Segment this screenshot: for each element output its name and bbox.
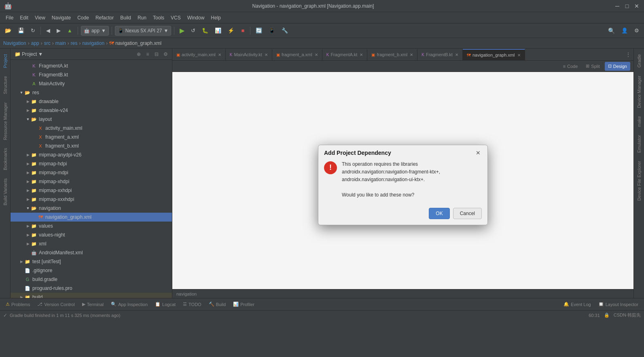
breadcrumb-navigation[interactable]: Navigation: [3, 40, 26, 46]
layout-inspector-tab[interactable]: 🔲 Layout Inspector: [595, 299, 642, 310]
breadcrumb-main[interactable]: main: [55, 40, 66, 46]
terminal-tab[interactable]: ▶ Terminal: [79, 299, 107, 310]
coverage-btn[interactable]: 📊: [212, 25, 224, 36]
tree-item-res[interactable]: ▼ 📂 res: [11, 88, 172, 97]
tab-close-fragment-b[interactable]: ✕: [410, 53, 413, 57]
app-inspection-tab[interactable]: 🔍 App Inspection: [108, 299, 151, 310]
menu-tools[interactable]: Tools: [150, 14, 167, 22]
code-view-btn[interactable]: ≡ Code: [560, 62, 581, 71]
sidebar-project-btn[interactable]: Project: [1, 51, 9, 71]
panel-action-2[interactable]: ≡: [144, 50, 152, 58]
menu-window[interactable]: Window: [184, 14, 208, 22]
profile-btn[interactable]: ⚡: [225, 25, 237, 36]
tab-close-fragment-a[interactable]: ✕: [315, 53, 318, 57]
tab-fragment-a-xml[interactable]: ▣ fragment_a.xml ✕: [272, 49, 322, 60]
logcat-tab[interactable]: 📋 Logcat: [152, 299, 179, 310]
sidebar-file-explorer-btn[interactable]: Device File Explorer: [635, 158, 643, 204]
breadcrumb-navigation-folder[interactable]: navigation: [82, 40, 104, 46]
panel-action-1[interactable]: ⊕: [135, 50, 143, 58]
tree-item-mipmap-hdpi[interactable]: ▶ 📁 mipmap-hdpi: [11, 159, 172, 168]
tab-nav-graph-xml[interactable]: 🗺 navigation_graph.xml ✕: [463, 49, 525, 60]
tab-close-mainactivity[interactable]: ✕: [265, 53, 268, 57]
tree-item-androidmanifest[interactable]: 🤖 AndroidManifest.xml: [11, 248, 172, 257]
tab-fragmenta-kt[interactable]: K FragmentA.kt ✕: [322, 49, 368, 60]
tree-item-mipmap-xhdpi[interactable]: ▶ 📁 mipmap-xhdpi: [11, 177, 172, 186]
avatar-btn[interactable]: 👤: [619, 25, 630, 36]
tree-item-fragment-a-xml[interactable]: X fragment_a.xml: [11, 133, 172, 142]
menu-help[interactable]: Help: [208, 14, 224, 22]
split-view-btn[interactable]: ⊞ Split: [583, 62, 603, 71]
sidebar-structure-btn[interactable]: Structure: [1, 73, 9, 97]
panel-settings[interactable]: ⚙: [161, 50, 169, 58]
tree-item-values-night[interactable]: ▶ 📁 values-night: [11, 230, 172, 239]
tree-item-drawable-v24[interactable]: ▶ 📁 drawable-v24: [11, 106, 172, 115]
menu-navigate[interactable]: Navigate: [49, 14, 74, 22]
event-log-tab[interactable]: 🔔 Event Log: [560, 299, 594, 310]
tree-item-build-gradle[interactable]: G build.gradle: [11, 275, 172, 284]
project-dropdown[interactable]: 📁 Project ▼: [13, 51, 44, 58]
build-tab[interactable]: 🔨 Build: [205, 299, 229, 310]
ok-button[interactable]: OK: [429, 208, 449, 219]
tab-close-activity-main[interactable]: ✕: [218, 53, 221, 57]
tree-item-drawable[interactable]: ▶ 📁 drawable: [11, 97, 172, 106]
dialog-close-btn[interactable]: ✕: [475, 149, 482, 156]
tree-item-fragmenta-kt[interactable]: K FragmentA.kt: [11, 61, 172, 70]
menu-file[interactable]: File: [2, 14, 17, 22]
up-btn[interactable]: ▲: [65, 25, 75, 36]
tree-item-navigation-folder[interactable]: ▼ 📂 navigation: [11, 204, 172, 213]
tab-close-fragmentb[interactable]: ✕: [455, 53, 458, 57]
back-btn[interactable]: ◀: [44, 25, 53, 36]
sidebar-gradle-btn[interactable]: Gradle: [635, 51, 643, 71]
sidebar-bookmarks-btn[interactable]: Bookmarks: [1, 145, 9, 173]
menu-refactor[interactable]: Refactor: [92, 14, 117, 22]
menu-run[interactable]: Run: [134, 14, 150, 22]
tree-item-mipmap-xxxhdpi[interactable]: ▶ 📁 mipmap-xxxhdpi: [11, 195, 172, 204]
sync2-btn[interactable]: 🔄: [253, 25, 265, 36]
problems-tab[interactable]: ⚠ Problems: [2, 299, 33, 310]
tab-fragmentb-kt[interactable]: K FragmentB.kt ✕: [417, 49, 463, 60]
menu-edit[interactable]: Edit: [17, 14, 32, 22]
settings-btn[interactable]: ⚙: [632, 25, 642, 36]
tree-item-fragment-b-xml[interactable]: X fragment_b.xml: [11, 142, 172, 150]
tree-item-mipmap-xxhdpi[interactable]: ▶ 📁 mipmap-xxhdpi: [11, 186, 172, 195]
tab-more-btn[interactable]: ⋮: [623, 49, 633, 60]
sidebar-make-btn[interactable]: make: [635, 113, 643, 130]
run-btn[interactable]: ▶: [177, 25, 187, 36]
panel-action-3[interactable]: ⊟: [153, 50, 161, 58]
tree-item-build-folder[interactable]: ▶ 📁 build: [11, 293, 172, 298]
device-dropdown[interactable]: 📱 Nexus 5X API 27 ▼: [115, 26, 172, 36]
profiler-tab[interactable]: 📊 Profiler: [230, 299, 258, 310]
breadcrumb-res[interactable]: res: [71, 40, 78, 46]
sdk-btn[interactable]: 🔧: [279, 25, 290, 36]
tree-item-gitignore[interactable]: 📄 .gitignore: [11, 266, 172, 275]
sync-btn[interactable]: ↻: [28, 25, 38, 36]
tree-item-mainactivity[interactable]: A MainActivity: [11, 79, 172, 88]
minimize-button[interactable]: ─: [614, 3, 621, 9]
open-folder-btn[interactable]: 📂: [2, 25, 14, 36]
todo-tab[interactable]: ☰ TODO: [180, 299, 205, 310]
tree-item-values[interactable]: ▶ 📁 values: [11, 222, 172, 230]
version-control-tab[interactable]: ⎇ Version Control: [34, 299, 78, 310]
run-config-dropdown[interactable]: 🤖 app ▼: [81, 26, 109, 36]
menu-code[interactable]: Code: [74, 14, 92, 22]
breadcrumb-src[interactable]: src: [44, 40, 51, 46]
tree-item-xml-folder[interactable]: ▶ 📁 xml: [11, 239, 172, 248]
forward-btn[interactable]: ▶: [54, 25, 63, 36]
stop-btn[interactable]: ■: [238, 25, 247, 36]
tree-item-mipmap-mdpi[interactable]: ▶ 📁 mipmap-mdpi: [11, 168, 172, 177]
menu-view[interactable]: View: [32, 14, 49, 22]
breadcrumb-app[interactable]: app: [31, 40, 39, 46]
save-btn[interactable]: 💾: [15, 25, 27, 36]
tree-item-unittest[interactable]: ▶ 📁 test [unitTest]: [11, 257, 172, 266]
avd-btn[interactable]: 📱: [266, 25, 278, 36]
cancel-button[interactable]: Cancel: [453, 208, 482, 219]
menu-build[interactable]: Build: [117, 14, 134, 22]
debug-btn[interactable]: 🐛: [199, 25, 211, 36]
close-button[interactable]: ✕: [633, 3, 640, 9]
tab-close-nav-graph[interactable]: ✕: [517, 53, 521, 57]
tree-item-proguard[interactable]: 📄 proguard-rules.pro: [11, 284, 172, 293]
design-view-btn[interactable]: ⊡ Design: [605, 62, 630, 71]
tab-mainactivity-kt[interactable]: K MainActivity.kt ✕: [226, 49, 272, 60]
tree-item-nav-graph[interactable]: 🗺 navigation_graph.xml: [11, 213, 172, 222]
menu-vcs[interactable]: VCS: [167, 14, 184, 22]
